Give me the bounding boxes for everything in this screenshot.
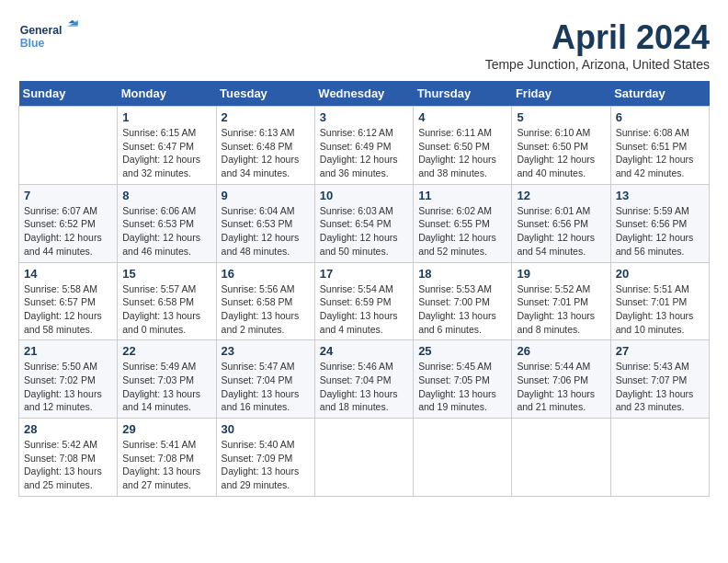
day-number: 28 xyxy=(24,422,112,436)
calendar-cell: 17Sunrise: 5:54 AM Sunset: 6:59 PM Dayli… xyxy=(314,262,413,340)
day-number: 13 xyxy=(616,189,704,202)
calendar-cell: 22Sunrise: 5:49 AM Sunset: 7:03 PM Dayli… xyxy=(118,340,216,419)
day-number: 3 xyxy=(320,110,408,124)
calendar-cell xyxy=(19,107,118,185)
day-info: Sunrise: 5:47 AM Sunset: 7:04 PM Dayligh… xyxy=(222,360,310,414)
day-info: Sunrise: 6:04 AM Sunset: 6:53 PM Dayligh… xyxy=(222,204,310,259)
calendar-cell: 2Sunrise: 6:13 AM Sunset: 6:48 PM Daylig… xyxy=(216,107,314,185)
calendar-cell: 24Sunrise: 5:46 AM Sunset: 7:04 PM Dayli… xyxy=(314,340,413,419)
calendar-cell: 26Sunrise: 5:44 AM Sunset: 7:06 PM Dayli… xyxy=(512,340,610,419)
day-number: 27 xyxy=(616,344,704,358)
calendar-cell: 10Sunrise: 6:03 AM Sunset: 6:54 PM Dayli… xyxy=(314,184,413,262)
calendar-cell: 21Sunrise: 5:50 AM Sunset: 7:02 PM Dayli… xyxy=(19,340,118,419)
calendar-cell: 29Sunrise: 5:41 AM Sunset: 7:08 PM Dayli… xyxy=(118,419,216,497)
day-info: Sunrise: 6:13 AM Sunset: 6:48 PM Dayligh… xyxy=(222,126,310,180)
calendar-cell: 12Sunrise: 6:01 AM Sunset: 6:56 PM Dayli… xyxy=(512,184,610,262)
calendar-cell: 6Sunrise: 6:08 AM Sunset: 6:51 PM Daylig… xyxy=(610,107,709,185)
day-info: Sunrise: 5:44 AM Sunset: 7:06 PM Dayligh… xyxy=(517,360,605,414)
day-number: 14 xyxy=(24,267,112,281)
day-number: 26 xyxy=(517,344,605,358)
day-info: Sunrise: 5:59 AM Sunset: 6:56 PM Dayligh… xyxy=(616,204,704,259)
day-info: Sunrise: 5:58 AM Sunset: 6:57 PM Dayligh… xyxy=(24,282,112,337)
calendar-cell: 3Sunrise: 6:12 AM Sunset: 6:49 PM Daylig… xyxy=(314,107,413,185)
day-number: 1 xyxy=(122,110,210,124)
day-number: 20 xyxy=(616,267,704,281)
header-row: SundayMondayTuesdayWednesdayThursdayFrid… xyxy=(19,81,710,107)
day-number: 30 xyxy=(222,422,310,436)
calendar-cell xyxy=(610,419,709,497)
day-info: Sunrise: 6:06 AM Sunset: 6:53 PM Dayligh… xyxy=(122,204,210,259)
calendar-cell: 1Sunrise: 6:15 AM Sunset: 6:47 PM Daylig… xyxy=(118,107,216,185)
calendar-cell: 19Sunrise: 5:52 AM Sunset: 7:01 PM Dayli… xyxy=(512,262,610,340)
logo: General Blue xyxy=(18,18,83,55)
header-cell-friday: Friday xyxy=(512,81,610,107)
day-number: 21 xyxy=(24,344,112,358)
day-info: Sunrise: 5:40 AM Sunset: 7:09 PM Dayligh… xyxy=(222,438,310,492)
day-number: 19 xyxy=(517,267,605,281)
logo-bird-icon: General Blue xyxy=(18,18,83,55)
day-number: 18 xyxy=(418,267,506,281)
day-info: Sunrise: 6:03 AM Sunset: 6:54 PM Dayligh… xyxy=(320,204,408,259)
calendar-cell: 18Sunrise: 5:53 AM Sunset: 7:00 PM Dayli… xyxy=(414,262,512,340)
calendar-cell: 16Sunrise: 5:56 AM Sunset: 6:58 PM Dayli… xyxy=(216,262,314,340)
calendar-cell: 14Sunrise: 5:58 AM Sunset: 6:57 PM Dayli… xyxy=(19,262,118,340)
calendar-cell xyxy=(512,419,610,497)
day-number: 9 xyxy=(222,189,310,202)
calendar-cell: 8Sunrise: 6:06 AM Sunset: 6:53 PM Daylig… xyxy=(118,184,216,262)
day-number: 11 xyxy=(418,189,506,202)
day-number: 4 xyxy=(418,110,506,124)
day-info: Sunrise: 6:10 AM Sunset: 6:50 PM Dayligh… xyxy=(517,126,605,180)
day-info: Sunrise: 6:08 AM Sunset: 6:51 PM Dayligh… xyxy=(616,126,704,180)
calendar-cell: 5Sunrise: 6:10 AM Sunset: 6:50 PM Daylig… xyxy=(512,107,610,185)
day-info: Sunrise: 5:49 AM Sunset: 7:03 PM Dayligh… xyxy=(122,360,210,414)
day-info: Sunrise: 6:01 AM Sunset: 6:56 PM Dayligh… xyxy=(517,204,605,259)
day-info: Sunrise: 5:56 AM Sunset: 6:58 PM Dayligh… xyxy=(222,282,310,337)
calendar-cell: 20Sunrise: 5:51 AM Sunset: 7:01 PM Dayli… xyxy=(610,262,709,340)
day-info: Sunrise: 5:53 AM Sunset: 7:00 PM Dayligh… xyxy=(418,282,506,337)
day-info: Sunrise: 6:02 AM Sunset: 6:55 PM Dayligh… xyxy=(418,204,506,259)
day-number: 15 xyxy=(122,267,210,281)
calendar-body: 1Sunrise: 6:15 AM Sunset: 6:47 PM Daylig… xyxy=(19,107,710,497)
day-number: 6 xyxy=(616,110,704,124)
day-info: Sunrise: 5:41 AM Sunset: 7:08 PM Dayligh… xyxy=(122,438,210,492)
day-info: Sunrise: 5:45 AM Sunset: 7:05 PM Dayligh… xyxy=(418,360,506,414)
day-info: Sunrise: 5:46 AM Sunset: 7:04 PM Dayligh… xyxy=(320,360,408,414)
calendar-cell: 9Sunrise: 6:04 AM Sunset: 6:53 PM Daylig… xyxy=(216,184,314,262)
day-info: Sunrise: 5:50 AM Sunset: 7:02 PM Dayligh… xyxy=(24,360,112,414)
calendar-week-4: 21Sunrise: 5:50 AM Sunset: 7:02 PM Dayli… xyxy=(19,340,710,419)
day-number: 10 xyxy=(320,189,408,202)
calendar-cell: 4Sunrise: 6:11 AM Sunset: 6:50 PM Daylig… xyxy=(414,107,512,185)
calendar-cell: 11Sunrise: 6:02 AM Sunset: 6:55 PM Dayli… xyxy=(414,184,512,262)
calendar-cell: 28Sunrise: 5:42 AM Sunset: 7:08 PM Dayli… xyxy=(19,419,118,497)
svg-text:Blue: Blue xyxy=(20,37,45,50)
day-number: 25 xyxy=(418,344,506,358)
calendar-cell: 7Sunrise: 6:07 AM Sunset: 6:52 PM Daylig… xyxy=(19,184,118,262)
header-cell-saturday: Saturday xyxy=(610,81,709,107)
calendar-title: April 2024 xyxy=(485,18,710,57)
day-number: 5 xyxy=(517,110,605,124)
day-number: 8 xyxy=(122,189,210,202)
title-block: April 2024 Tempe Junction, Arizona, Unit… xyxy=(485,18,710,72)
header-cell-thursday: Thursday xyxy=(414,81,512,107)
calendar-week-2: 7Sunrise: 6:07 AM Sunset: 6:52 PM Daylig… xyxy=(19,184,710,262)
day-number: 7 xyxy=(24,189,112,202)
day-info: Sunrise: 5:52 AM Sunset: 7:01 PM Dayligh… xyxy=(517,282,605,337)
calendar-cell: 27Sunrise: 5:43 AM Sunset: 7:07 PM Dayli… xyxy=(610,340,709,419)
day-info: Sunrise: 6:12 AM Sunset: 6:49 PM Dayligh… xyxy=(320,126,408,180)
day-info: Sunrise: 5:51 AM Sunset: 7:01 PM Dayligh… xyxy=(616,282,704,337)
page-header: General Blue April 2024 Tempe Junction, … xyxy=(18,18,710,72)
header-cell-sunday: Sunday xyxy=(19,81,118,107)
day-info: Sunrise: 6:15 AM Sunset: 6:47 PM Dayligh… xyxy=(122,126,210,180)
day-number: 12 xyxy=(517,189,605,202)
day-info: Sunrise: 5:42 AM Sunset: 7:08 PM Dayligh… xyxy=(24,438,112,492)
header-cell-wednesday: Wednesday xyxy=(314,81,413,107)
calendar-cell: 30Sunrise: 5:40 AM Sunset: 7:09 PM Dayli… xyxy=(216,419,314,497)
calendar-week-1: 1Sunrise: 6:15 AM Sunset: 6:47 PM Daylig… xyxy=(19,107,710,185)
day-number: 2 xyxy=(222,110,310,124)
header-cell-tuesday: Tuesday xyxy=(216,81,314,107)
day-info: Sunrise: 6:07 AM Sunset: 6:52 PM Dayligh… xyxy=(24,204,112,259)
calendar-cell xyxy=(414,419,512,497)
day-number: 16 xyxy=(222,267,310,281)
day-info: Sunrise: 5:43 AM Sunset: 7:07 PM Dayligh… xyxy=(616,360,704,414)
day-info: Sunrise: 5:54 AM Sunset: 6:59 PM Dayligh… xyxy=(320,282,408,337)
